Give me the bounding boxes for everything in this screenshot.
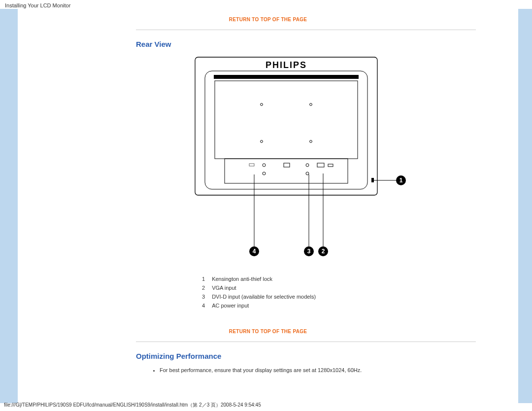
footer-file-path: file:///G|/TEMP/PHILIPS/190S9 EDFU/lcd/m… (4, 402, 528, 409)
callout-3: 3 (307, 248, 311, 255)
legend-num: 4 (200, 301, 210, 310)
right-margin-bar (518, 9, 532, 403)
svg-point-7 (310, 140, 312, 143)
svg-point-6 (261, 140, 263, 143)
optimizing-heading: Optimizing Performance (136, 352, 518, 360)
svg-rect-12 (317, 163, 324, 167)
legend-row: 4 AC power input (200, 301, 321, 310)
legend-desc: DVI-D input (available for selective mod… (210, 292, 321, 301)
svg-rect-1 (205, 71, 367, 189)
svg-rect-13 (328, 164, 333, 167)
rear-view-heading: Rear View (136, 40, 518, 48)
svg-rect-10 (284, 163, 290, 167)
callout-2: 2 (322, 248, 325, 255)
svg-rect-8 (225, 159, 348, 183)
legend-num: 1 (200, 274, 210, 283)
separator-1 (136, 30, 476, 30)
legend-num: 2 (200, 283, 210, 292)
legend-row: 1 Kensington anti-thief lock (200, 274, 321, 283)
svg-point-11 (306, 164, 309, 167)
svg-rect-17 (371, 178, 374, 182)
performance-list: For best performance, ensure that your d… (151, 367, 518, 373)
rear-view-diagram: PHILIPS (180, 55, 417, 264)
legend-row: 2 VGA input (200, 283, 321, 292)
legend-desc: VGA input (210, 283, 321, 292)
svg-point-5 (310, 103, 312, 106)
legend-table: 1 Kensington anti-thief lock 2 VGA input… (200, 274, 321, 310)
svg-point-4 (261, 103, 263, 106)
content-area: RETURN TO TOP OF THE PAGE Rear View PHIL… (18, 9, 518, 403)
left-margin-bar (0, 9, 18, 403)
legend-num: 3 (200, 292, 210, 301)
return-to-top-link-1[interactable]: RETURN TO TOP OF THE PAGE (229, 17, 307, 22)
legend-row: 3 DVI-D input (available for selective m… (200, 292, 321, 301)
callout-4: 4 (253, 248, 256, 255)
svg-point-14 (263, 172, 266, 175)
legend-desc: AC power input (210, 301, 321, 310)
svg-rect-2 (214, 75, 359, 79)
svg-rect-16 (249, 164, 254, 166)
page-header-title: Installing Your LCD Monitor (5, 2, 70, 8)
svg-point-15 (306, 172, 309, 175)
callout-1: 1 (399, 177, 403, 184)
brand-label: PHILIPS (266, 60, 307, 70)
svg-rect-3 (215, 81, 358, 159)
return-to-top-link-2[interactable]: RETURN TO TOP OF THE PAGE (229, 329, 307, 334)
legend-desc: Kensington anti-thief lock (210, 274, 321, 283)
svg-point-9 (263, 164, 266, 167)
separator-2 (136, 342, 476, 342)
performance-item: For best performance, ensure that your d… (160, 367, 518, 373)
